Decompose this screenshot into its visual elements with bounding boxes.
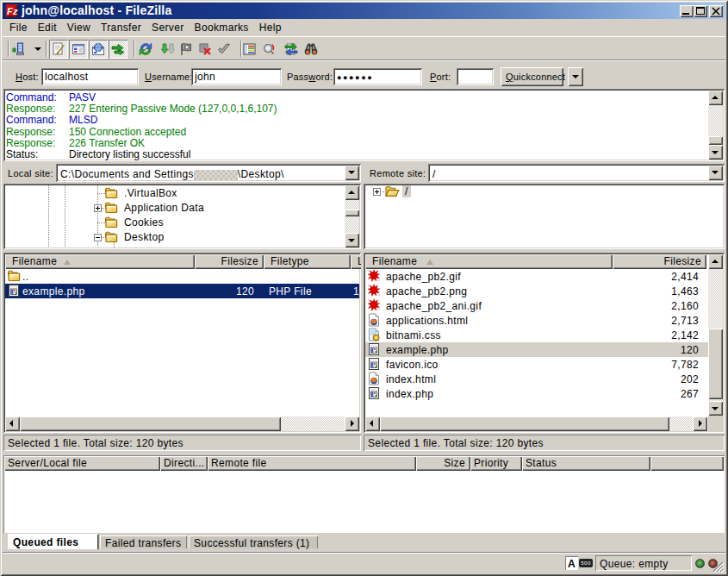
svg-text:Fz: Fz [7,6,18,16]
